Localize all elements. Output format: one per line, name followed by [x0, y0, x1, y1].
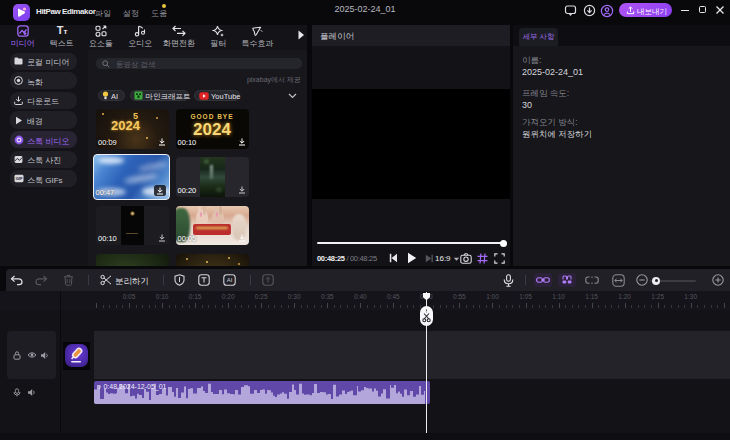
svg-text:GIF: GIF	[15, 177, 22, 182]
svg-text:AI: AI	[227, 277, 233, 283]
